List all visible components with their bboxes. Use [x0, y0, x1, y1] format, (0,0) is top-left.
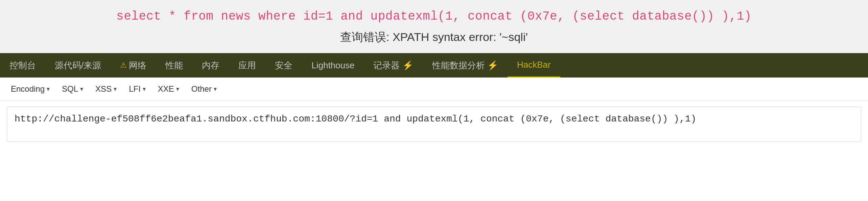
nav-label: 内存 [202, 60, 219, 71]
hackbar-btn-label: LFI [129, 84, 141, 94]
devtools-nav-item-------[interactable]: 源代码/来源 [45, 53, 111, 77]
nav-label: 源代码/来源 [55, 60, 101, 71]
nav-label: 安全 [275, 60, 292, 71]
devtools-navbar: 控制台源代码/来源⚠网络性能内存应用安全Lighthouse记录器 ⚡性能数据分… [0, 53, 868, 77]
hackbar-btn-label: XSS [95, 84, 112, 94]
nav-label: 控制台 [9, 60, 36, 71]
devtools-nav-item---[interactable]: 内存 [192, 53, 229, 77]
devtools-nav-item---[interactable]: 应用 [229, 53, 265, 77]
sql-query: select * from news where id=1 and update… [116, 9, 752, 23]
devtools-nav-item---------[interactable]: 性能数据分析 ⚡ [423, 53, 508, 77]
url-input[interactable] [7, 107, 861, 142]
devtools-nav-item------[interactable]: 记录器 ⚡ [364, 53, 422, 77]
hackbar-btn-label: XXE [158, 84, 174, 94]
chevron-down-icon: ▾ [114, 85, 117, 93]
nav-label: 网络 [129, 60, 146, 71]
devtools-nav-item-hackbar[interactable]: HackBar [508, 53, 560, 77]
chevron-down-icon: ▾ [214, 85, 217, 93]
hackbar-toolbar: Encoding▾SQL▾XSS▾LFI▾XXE▾Other▾ [0, 77, 868, 100]
nav-label: 应用 [238, 60, 256, 71]
devtools-nav-item---[interactable]: 性能 [156, 53, 192, 77]
url-area [0, 100, 868, 149]
devtools-nav-item----[interactable]: 控制台 [0, 53, 45, 77]
hackbar-btn-sql[interactable]: SQL▾ [56, 82, 89, 96]
nav-label: 性能 [165, 60, 183, 71]
hackbar-btn-label: Encoding [11, 84, 45, 94]
error-message: 查询错误: XPATH syntax error: '~sqli' [340, 29, 528, 45]
chevron-down-icon: ▾ [143, 85, 146, 93]
nav-label: 记录器 ⚡ [373, 60, 413, 71]
hackbar-btn-xxe[interactable]: XXE▾ [153, 82, 185, 96]
devtools-nav-item---[interactable]: ⚠网络 [111, 53, 156, 77]
chevron-down-icon: ▾ [176, 85, 179, 93]
hackbar-btn-label: Other [191, 84, 212, 94]
query-area: select * from news where id=1 and update… [0, 0, 868, 53]
chevron-down-icon: ▾ [47, 85, 50, 93]
hackbar-btn-other[interactable]: Other▾ [186, 82, 222, 96]
devtools-nav-item---[interactable]: 安全 [265, 53, 302, 77]
nav-label: Lighthouse [311, 60, 354, 71]
hackbar-btn-encoding[interactable]: Encoding▾ [5, 82, 55, 96]
hackbar-btn-label: SQL [62, 84, 78, 94]
warning-icon: ⚠ [120, 61, 127, 70]
nav-label: 性能数据分析 ⚡ [432, 60, 498, 71]
hackbar-btn-xss[interactable]: XSS▾ [90, 82, 122, 96]
nav-label: HackBar [517, 60, 551, 70]
devtools-nav-item-lighthouse[interactable]: Lighthouse [302, 53, 364, 77]
hackbar-btn-lfi[interactable]: LFI▾ [123, 82, 151, 96]
chevron-down-icon: ▾ [80, 85, 83, 93]
